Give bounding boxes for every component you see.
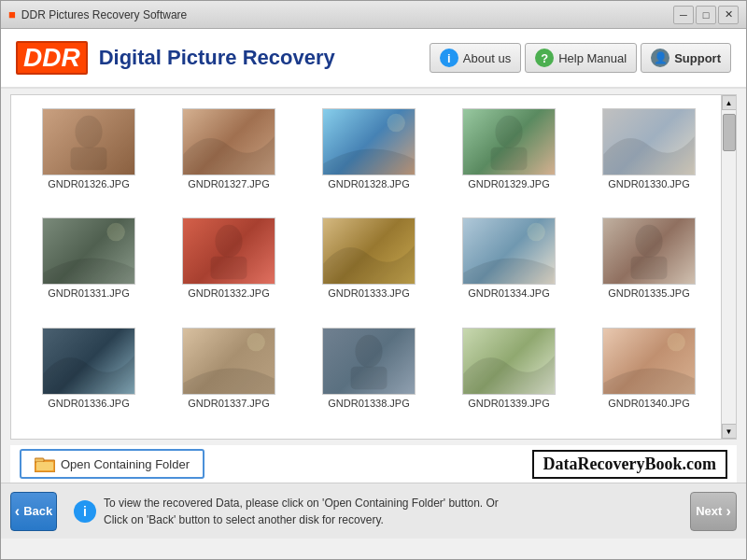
thumbnail-item[interactable]: GNDR01337.JPG bbox=[159, 322, 299, 431]
thumbnail-image bbox=[602, 108, 696, 175]
next-label: Next bbox=[696, 504, 722, 518]
thumbnail-image bbox=[182, 217, 275, 285]
thumbnail-label: GNDR01329.JPG bbox=[468, 178, 549, 189]
thumbnail-image bbox=[322, 217, 416, 285]
next-arrow-icon: › bbox=[726, 503, 730, 520]
svg-rect-13 bbox=[351, 366, 388, 388]
support-button[interactable]: 👤 Support bbox=[641, 43, 731, 73]
svg-point-0 bbox=[75, 116, 102, 148]
folder-icon bbox=[35, 455, 55, 472]
svg-rect-4 bbox=[491, 147, 528, 170]
thumbnail-label: GNDR01338.JPG bbox=[328, 398, 409, 409]
thumbnail-item[interactable]: GNDR01328.JPG bbox=[299, 103, 439, 212]
svg-rect-17 bbox=[36, 462, 53, 470]
thumbnail-item[interactable]: GNDR01330.JPG bbox=[579, 103, 719, 212]
thumbnail-image bbox=[42, 328, 135, 395]
thumbnail-item[interactable]: GNDR01339.JPG bbox=[439, 322, 579, 431]
title-bar-controls: ─ □ ✕ bbox=[673, 6, 739, 24]
thumbnail-item[interactable]: GNDR01334.JPG bbox=[439, 212, 579, 321]
thumbnail-label: GNDR01327.JPG bbox=[188, 178, 269, 189]
svg-point-11 bbox=[247, 333, 264, 351]
back-arrow-icon: ‹ bbox=[15, 503, 20, 520]
help-manual-button[interactable]: ? Help Manual bbox=[525, 43, 637, 73]
svg-point-14 bbox=[667, 333, 684, 351]
thumbnail-label: GNDR01328.JPG bbox=[328, 178, 409, 189]
bottom-bar: Open Containing Folder DataRecoveryBook.… bbox=[10, 445, 737, 483]
back-button[interactable]: ‹ Back bbox=[10, 492, 57, 531]
svg-point-8 bbox=[527, 223, 544, 241]
thumbnail-label: GNDR01334.JPG bbox=[468, 287, 549, 299]
thumbnail-label: GNDR01337.JPG bbox=[188, 398, 269, 409]
footer-info-icon: i bbox=[74, 500, 96, 523]
watermark-text: DataRecoveryBook.com bbox=[532, 450, 727, 479]
thumbnail-image bbox=[462, 217, 556, 285]
thumbnail-item[interactable]: GNDR01327.JPG bbox=[159, 103, 299, 212]
thumbnail-label: GNDR01326.JPG bbox=[48, 178, 129, 189]
thumbnail-item[interactable]: GNDR01340.JPG bbox=[579, 322, 719, 431]
svg-point-2 bbox=[387, 114, 404, 132]
scrollbar[interactable]: ▲ ▼ bbox=[721, 95, 736, 439]
svg-point-6 bbox=[215, 225, 242, 258]
thumbnail-item[interactable]: GNDR01329.JPG bbox=[439, 103, 579, 212]
thumbnail-image bbox=[182, 108, 275, 175]
thumbnail-label: GNDR01331.JPG bbox=[48, 287, 129, 299]
ddr-logo: DDR bbox=[16, 41, 88, 75]
app-title: Digital Picture Recovery bbox=[99, 46, 335, 70]
title-bar-text: DDR Pictures Recovery Software bbox=[21, 8, 187, 21]
info-icon: i bbox=[440, 49, 458, 67]
thumbnail-image bbox=[182, 328, 275, 395]
app-icon: ■ bbox=[8, 7, 16, 21]
thumbnail-image bbox=[322, 328, 416, 395]
svg-rect-7 bbox=[211, 257, 247, 279]
svg-rect-1 bbox=[71, 147, 107, 170]
thumbnail-label: GNDR01332.JPG bbox=[188, 287, 269, 299]
support-label: Support bbox=[674, 51, 721, 65]
scroll-down-button[interactable]: ▼ bbox=[722, 424, 737, 439]
thumbnail-image bbox=[602, 328, 696, 395]
scroll-thumb[interactable] bbox=[723, 114, 736, 151]
header: DDR Digital Picture Recovery i About us … bbox=[1, 29, 746, 89]
thumbnail-label: GNDR01330.JPG bbox=[608, 178, 689, 189]
svg-point-12 bbox=[355, 334, 382, 367]
title-bar-left: ■ DDR Pictures Recovery Software bbox=[8, 7, 187, 21]
help-icon: ? bbox=[535, 49, 554, 67]
about-us-button[interactable]: i About us bbox=[430, 43, 521, 73]
thumbnail-label: GNDR01336.JPG bbox=[48, 398, 129, 409]
thumbnail-label: GNDR01333.JPG bbox=[328, 287, 409, 299]
thumbnail-grid-container: GNDR01326.JPGGNDR01327.JPGGNDR01328.JPGG… bbox=[10, 94, 737, 440]
svg-rect-16 bbox=[35, 458, 44, 462]
title-bar: ■ DDR Pictures Recovery Software ─ □ ✕ bbox=[1, 1, 746, 29]
thumbnail-image bbox=[322, 108, 416, 175]
support-icon: 👤 bbox=[651, 49, 669, 67]
close-button[interactable]: ✕ bbox=[718, 6, 739, 24]
thumbnail-grid: GNDR01326.JPGGNDR01327.JPGGNDR01328.JPGG… bbox=[11, 95, 736, 439]
thumbnail-item[interactable]: GNDR01336.JPG bbox=[19, 322, 159, 431]
thumbnail-image bbox=[602, 217, 696, 285]
help-manual-label: Help Manual bbox=[558, 51, 627, 65]
thumbnail-label: GNDR01340.JPG bbox=[608, 398, 689, 409]
thumbnail-image bbox=[462, 328, 556, 395]
scroll-up-button[interactable]: ▲ bbox=[722, 95, 737, 110]
footer-info-text: To view the recovered Data, please click… bbox=[104, 495, 499, 528]
svg-point-3 bbox=[495, 116, 522, 148]
thumbnail-label: GNDR01335.JPG bbox=[608, 287, 689, 299]
thumbnail-image bbox=[42, 217, 135, 285]
thumbnail-item[interactable]: GNDR01333.JPG bbox=[299, 212, 439, 321]
svg-point-5 bbox=[106, 223, 124, 241]
thumbnail-item[interactable]: GNDR01335.JPG bbox=[579, 212, 719, 321]
thumbnail-item[interactable]: GNDR01326.JPG bbox=[19, 103, 159, 212]
next-button[interactable]: Next › bbox=[690, 492, 737, 531]
thumbnail-item[interactable]: GNDR01331.JPG bbox=[19, 212, 159, 321]
open-folder-label: Open Containing Folder bbox=[61, 457, 190, 471]
open-containing-folder-button[interactable]: Open Containing Folder bbox=[20, 449, 204, 479]
footer: ‹ Back i To view the recovered Data, ple… bbox=[1, 483, 746, 539]
thumbnail-item[interactable]: GNDR01332.JPG bbox=[159, 212, 299, 321]
svg-rect-10 bbox=[631, 257, 668, 279]
thumbnail-item[interactable]: GNDR01338.JPG bbox=[299, 322, 439, 431]
thumbnail-label: GNDR01339.JPG bbox=[468, 398, 549, 409]
svg-point-9 bbox=[635, 225, 662, 258]
back-label: Back bbox=[23, 504, 52, 518]
minimize-button[interactable]: ─ bbox=[673, 6, 694, 24]
footer-info: i To view the recovered Data, please cli… bbox=[66, 489, 681, 534]
maximize-button[interactable]: □ bbox=[696, 6, 716, 24]
